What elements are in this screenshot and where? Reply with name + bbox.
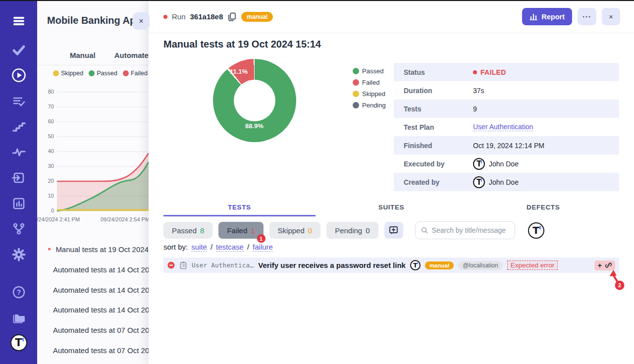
detail-row-tests: Tests 9 bbox=[394, 100, 619, 118]
failed-dot bbox=[473, 70, 477, 74]
more-button[interactable]: ··· bbox=[578, 8, 596, 25]
run-list-item[interactable]: Automated tests at 14 Oct 2024 bbox=[48, 284, 149, 296]
sidebar-item-help[interactable]: ? bbox=[12, 285, 26, 299]
bar-chart-icon bbox=[12, 197, 26, 210]
tab-automated[interactable]: Automated bbox=[114, 51, 149, 59]
test-error-message[interactable]: Expected error bbox=[507, 260, 558, 270]
add-icon[interactable]: + bbox=[598, 261, 602, 269]
sidebar-item-signin[interactable] bbox=[12, 171, 26, 185]
sort-by-label: sort by: bbox=[163, 243, 188, 251]
sidebar-item-analytics[interactable] bbox=[12, 197, 26, 210]
link-icon[interactable] bbox=[605, 262, 612, 268]
menu-icon[interactable] bbox=[12, 15, 26, 27]
add-comment-button[interactable] bbox=[384, 222, 403, 239]
sort-by-testcase-link[interactable]: testcase bbox=[216, 243, 244, 252]
list-check-icon bbox=[12, 96, 26, 107]
test-title[interactable]: Verify user receives a password reset li… bbox=[258, 261, 406, 269]
failed-test-icon bbox=[167, 261, 175, 269]
donut-hole bbox=[234, 80, 275, 121]
app-root: ? T Mobile Banking App Manual Automated bbox=[0, 0, 634, 364]
report-chart-icon bbox=[529, 13, 537, 20]
filter-pending-button[interactable]: Pending 0 bbox=[326, 222, 378, 239]
detail-row-duration: Duration 37s bbox=[394, 81, 619, 100]
close-icon: × bbox=[609, 12, 613, 21]
run-info: Run 361a18e8 manual bbox=[163, 0, 273, 33]
donut-legend: Passed Failed Skipped Pending bbox=[353, 67, 386, 109]
trend-chart-legend: Skipped Passed Failed bbox=[53, 70, 148, 77]
x-tick-end: 09/24/2024 2:54 PM bbox=[101, 216, 149, 222]
close-icon: × bbox=[139, 17, 143, 26]
sidebar-item-runlist[interactable] bbox=[12, 96, 26, 107]
user-avatar-button[interactable]: T bbox=[528, 222, 544, 239]
run-status-dot bbox=[163, 15, 167, 19]
copy-icon[interactable] bbox=[227, 12, 237, 22]
avatar: T bbox=[473, 158, 485, 170]
run-list-item[interactable]: Manual tests at 19 Oct 2024 bbox=[48, 243, 149, 255]
sort-row: sort by: suite / testcase / failure bbox=[163, 243, 273, 252]
gear-icon bbox=[11, 247, 26, 262]
help-icon: ? bbox=[12, 285, 26, 299]
sidebar-item-projects[interactable] bbox=[11, 311, 26, 325]
detail-row-created-by: Created by T John Doe bbox=[394, 173, 619, 191]
filter-passed-button[interactable]: Passed 8 bbox=[163, 222, 212, 239]
y-tick: 30 bbox=[40, 163, 54, 169]
sidebar-item-steps[interactable] bbox=[12, 121, 26, 133]
report-button[interactable]: Report bbox=[522, 8, 572, 25]
tab-tests[interactable]: TESTS bbox=[163, 198, 316, 216]
clipboard-icon bbox=[179, 261, 187, 269]
sidebar-item-activity[interactable] bbox=[11, 146, 26, 158]
tab-defects[interactable]: DEFECTS bbox=[467, 198, 619, 216]
row-actions[interactable]: + bbox=[594, 260, 615, 270]
check-icon bbox=[12, 44, 26, 56]
run-list-item[interactable]: Automated tests at 07 Oct 2024 bbox=[48, 324, 149, 336]
test-plan-link[interactable]: User Authentication bbox=[473, 123, 533, 131]
y-tick: 10 bbox=[40, 193, 54, 199]
failed-dot bbox=[123, 70, 129, 76]
drawer-close-button[interactable]: × bbox=[133, 12, 150, 30]
run-details-drawer: × Run 361a18e8 manual bbox=[149, 0, 634, 364]
filter-failed-button[interactable]: Failed 1 1 bbox=[218, 222, 263, 239]
legend-item-passed: Passed bbox=[353, 67, 386, 75]
branch-icon bbox=[12, 222, 26, 236]
sign-in-icon bbox=[12, 171, 26, 185]
header-buttons: Report ··· × bbox=[522, 8, 620, 25]
legend-item-failed: Failed bbox=[123, 70, 148, 77]
skipped-dot bbox=[53, 70, 59, 76]
project-tabs: Manual Automated bbox=[37, 46, 149, 65]
failed-dot bbox=[353, 79, 359, 86]
svg-text:2: 2 bbox=[618, 282, 621, 288]
filter-skipped-button[interactable]: Skipped 0 bbox=[269, 222, 321, 239]
sort-by-failure-link[interactable]: failure bbox=[253, 243, 273, 252]
status-value: FAILED bbox=[473, 68, 506, 76]
sidebar-item-tests[interactable] bbox=[12, 44, 26, 56]
sidebar-item-branches[interactable] bbox=[12, 222, 26, 236]
svg-text:?: ? bbox=[16, 288, 21, 296]
sidebar-item-runs-active[interactable] bbox=[11, 68, 26, 83]
testomat-logo[interactable]: T bbox=[10, 334, 27, 351]
avatar: T bbox=[473, 176, 485, 188]
run-list-item[interactable]: Automated tests at 14 Oct 2024 bbox=[48, 263, 149, 275]
legend-item-failed: Failed bbox=[353, 79, 386, 86]
tab-manual[interactable]: Manual bbox=[70, 51, 96, 59]
tab-suites[interactable]: SUITES bbox=[316, 198, 468, 216]
search-input[interactable] bbox=[432, 226, 509, 234]
sort-by-suite-link[interactable]: suite bbox=[191, 243, 207, 252]
search-box bbox=[415, 221, 515, 239]
sidebar-item-settings[interactable] bbox=[11, 247, 26, 262]
steps-icon bbox=[12, 121, 26, 133]
y-tick: 80 bbox=[40, 89, 54, 95]
executed-by-value: T John Doe bbox=[473, 158, 519, 170]
run-list-item[interactable]: Automated tests at 07 Oct 2024 bbox=[48, 344, 149, 356]
comment-plus-icon bbox=[389, 226, 398, 235]
y-tick: 20 bbox=[40, 178, 54, 184]
run-list-item[interactable]: Automated tests at 14 Oct 2024 bbox=[48, 304, 149, 315]
suite-name[interactable]: User Authentica… bbox=[192, 261, 254, 269]
ellipsis-icon: ··· bbox=[582, 12, 591, 21]
test-tag[interactable]: @localisation bbox=[458, 261, 503, 270]
test-result-row[interactable]: User Authentica… Verify user receives a … bbox=[163, 258, 619, 273]
separator: / bbox=[247, 243, 249, 251]
test-type-badge: manual bbox=[425, 261, 454, 269]
legend-item-pending: Pending bbox=[353, 102, 386, 109]
run-label: Run bbox=[172, 12, 186, 21]
close-button[interactable]: × bbox=[602, 8, 620, 25]
